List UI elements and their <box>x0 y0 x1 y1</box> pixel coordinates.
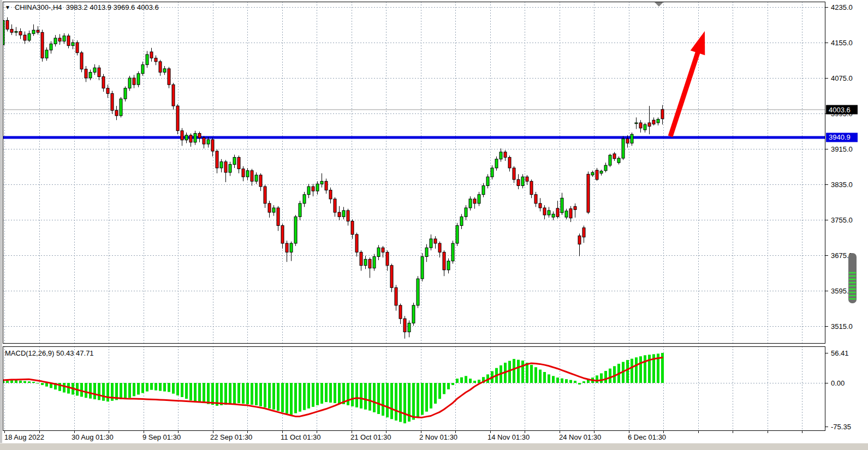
candle-body <box>176 106 179 131</box>
candle-body <box>556 208 559 217</box>
candle-body <box>299 203 301 217</box>
symbol-dropdown-icon[interactable]: ▼ <box>5 5 10 10</box>
time-axis-label: 30 Aug 01:30 <box>72 433 114 441</box>
candle-body <box>364 259 367 265</box>
candle-body <box>465 208 467 217</box>
macd-histogram-bar <box>473 381 476 383</box>
candle-body <box>631 134 633 143</box>
macd-histogram-bar <box>548 374 550 383</box>
macd-histogram-bar <box>360 383 362 409</box>
candle-body <box>159 62 162 73</box>
macd-histogram-bar <box>347 383 349 405</box>
candle-body <box>469 199 472 208</box>
candle-body <box>648 123 651 127</box>
candle-body <box>495 159 498 168</box>
support-price-tag: 3940.9 <box>826 133 858 142</box>
candle <box>587 171 590 214</box>
macd-histogram-bar <box>530 365 533 383</box>
candle-body <box>565 211 568 217</box>
candle-body <box>552 214 555 217</box>
price-axis-label: 3835.0 <box>831 181 853 189</box>
macd-histogram-bar <box>294 383 297 413</box>
candle-body <box>216 151 218 168</box>
candle-body <box>635 123 638 124</box>
macd-histogram-bar <box>574 381 576 383</box>
candle-body <box>10 29 13 33</box>
macd-histogram-bar <box>508 361 511 383</box>
macd-histogram-bar <box>644 355 646 383</box>
macd-histogram-bar <box>460 377 463 383</box>
time-axis-label: 9 Sep 01:30 <box>142 433 181 441</box>
candle-body <box>264 187 266 203</box>
candle-body <box>526 177 528 181</box>
macd-histogram-bar <box>438 383 441 399</box>
candle-body <box>377 248 380 256</box>
time-axis-label: 2 Nov 01:30 <box>419 433 457 441</box>
macd-histogram-bar <box>635 357 638 383</box>
macd-histogram-bar <box>561 379 563 383</box>
candle-body <box>307 187 310 195</box>
time-axis-label: 21 Oct 01:30 <box>350 433 391 441</box>
macd-histogram-bar <box>421 383 424 415</box>
candle-body <box>613 154 616 159</box>
time-axis: 18 Aug 202230 Aug 01:309 Sep 01:3022 Sep… <box>4 431 802 441</box>
macd-histogram-bar <box>390 383 393 419</box>
candle-body <box>63 36 66 41</box>
candle-body <box>37 30 39 32</box>
candle-body <box>399 305 402 319</box>
candle-body <box>403 319 406 332</box>
chart-canvas[interactable]: 4235.04155.04075.03995.03915.03835.03755… <box>0 0 868 450</box>
candle <box>622 136 625 160</box>
macd-histogram-bar <box>403 383 406 423</box>
bid-price-tag: 4003.6 <box>826 105 858 115</box>
candle-body <box>237 157 240 169</box>
macd-histogram-bar <box>128 383 131 398</box>
scroll-indicator[interactable] <box>848 253 857 303</box>
macd-histogram-bar <box>543 372 546 383</box>
candle-body <box>386 252 389 265</box>
candle-body <box>124 88 127 99</box>
candle <box>41 29 44 62</box>
candle-body <box>154 58 157 62</box>
macd-histogram-bar <box>320 383 323 404</box>
macd-histogram-bar <box>154 383 157 391</box>
candle-body <box>141 65 144 74</box>
candle-body <box>500 152 502 159</box>
macd-histogram-bar <box>412 383 415 420</box>
candle-body <box>102 77 105 88</box>
candle-body <box>76 43 79 53</box>
macd-histogram-bar <box>582 381 585 383</box>
macd-histogram-bar <box>382 383 384 416</box>
candle-body <box>111 93 114 110</box>
candle-body <box>617 158 620 163</box>
candle-body <box>19 32 22 35</box>
candle-body <box>661 110 664 119</box>
macd-histogram-bar <box>159 383 162 391</box>
candle-body <box>351 221 354 234</box>
macd-histogram-bar <box>277 383 280 411</box>
candle-body <box>652 120 655 124</box>
macd-histogram-bar <box>552 376 555 383</box>
candle-body <box>657 119 659 123</box>
macd-histogram-bar <box>102 383 105 401</box>
support-price-tag-text: 3940.9 <box>829 133 851 141</box>
macd-histogram-bar <box>443 383 445 394</box>
candle-body <box>277 208 280 226</box>
candle-body <box>368 259 371 268</box>
macd-histogram-bar <box>539 370 542 383</box>
macd-histogram-bar <box>41 383 44 385</box>
candle-body <box>98 68 100 76</box>
macd-histogram-bar <box>15 380 17 383</box>
candle-body <box>543 208 546 215</box>
candle-body <box>600 171 603 173</box>
price-axis: 4235.04155.04075.03995.03915.03835.03755… <box>825 3 853 431</box>
macd-histogram-bar <box>168 383 170 392</box>
macd-histogram-bar <box>286 383 288 413</box>
macd-histogram-bar <box>417 383 419 418</box>
candle-body <box>181 131 183 140</box>
macd-histogram-bar <box>609 369 611 383</box>
candle-body <box>569 209 572 218</box>
macd-histogram-bar <box>526 363 528 383</box>
candle-body <box>639 123 642 128</box>
candle-body <box>456 226 459 244</box>
